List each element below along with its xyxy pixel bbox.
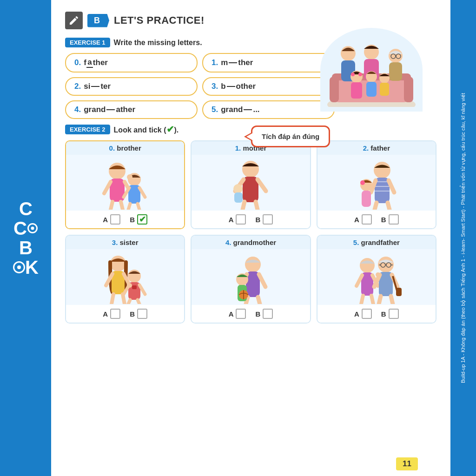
right-sidebar-text: Build-up 1A - Không đáp án (theo bộ sách… <box>457 88 469 388</box>
card-0-footer: A B ✔ <box>66 211 184 228</box>
card-3-option-a: A <box>103 309 120 319</box>
card-1-option-a: A <box>229 214 246 225</box>
card-0-image <box>66 155 184 211</box>
card-5-title: 5. grandfather <box>317 236 436 249</box>
fill-item-5: 5. grand ... <box>202 100 335 119</box>
fill-item-3: 3. b other <box>202 77 335 96</box>
svg-point-68 <box>127 283 132 288</box>
svg-point-98 <box>376 272 380 277</box>
svg-point-85 <box>378 257 394 272</box>
svg-line-32 <box>128 204 130 210</box>
card-4-option-a: A <box>229 309 246 319</box>
card-4-footer: A B <box>192 305 310 323</box>
svg-line-39 <box>243 202 245 210</box>
card-1-footer: A B <box>192 211 310 228</box>
svg-rect-15 <box>351 82 362 99</box>
svg-point-79 <box>360 258 375 273</box>
card-0-option-a: A <box>103 214 120 225</box>
svg-point-22 <box>109 163 126 179</box>
card-0-checkbox-b[interactable]: ✔ <box>137 214 147 225</box>
svg-line-33 <box>138 204 139 210</box>
exercise2-instruction: Look and tick (✔). <box>114 124 179 135</box>
svg-point-34 <box>127 174 132 180</box>
svg-point-69 <box>245 257 261 272</box>
logo-c: C <box>19 199 32 218</box>
svg-line-51 <box>388 203 390 210</box>
family-illustration <box>320 28 423 112</box>
card-1-checkbox-b[interactable] <box>263 214 273 225</box>
card-2-image <box>317 155 436 211</box>
svg-rect-63 <box>132 285 137 289</box>
card-3: 3. sister <box>65 235 185 324</box>
svg-point-55 <box>110 256 126 271</box>
card-3-image <box>66 249 184 305</box>
svg-rect-17 <box>366 82 377 97</box>
card-3-checkbox-a[interactable] <box>110 309 120 319</box>
fill-blanks-grid: 0. f a ther 1. m ther 2. si ter 3. b oth… <box>65 53 335 119</box>
card-4-image <box>192 249 310 305</box>
card-2-svg <box>353 156 400 210</box>
card-0-svg <box>99 156 151 210</box>
svg-point-20 <box>351 73 355 76</box>
b-badge: B <box>87 14 109 27</box>
card-5-checkbox-b[interactable] <box>389 309 399 319</box>
section-title: LET'S PRACTICE! <box>114 14 205 26</box>
cards-grid: 0. brother <box>65 140 436 324</box>
exercise1-instruction: Write the missing letters. <box>114 39 202 47</box>
card-5-footer: A B <box>317 305 436 323</box>
card-0-title: 0. brother <box>66 141 184 155</box>
card-5-image <box>317 249 436 305</box>
card-2-checkbox-a[interactable] <box>362 214 372 225</box>
card-0-checkbox-a[interactable] <box>110 214 120 225</box>
card-5: 5. grandfather <box>317 235 436 324</box>
svg-line-67 <box>138 300 139 304</box>
svg-line-40 <box>256 202 258 210</box>
card-4-svg <box>227 251 274 304</box>
svg-rect-53 <box>362 191 371 207</box>
exercise2-label: EXERCISE 2 <box>65 125 110 134</box>
speech-bubble: Tích đáp án đúng <box>251 126 330 147</box>
card-5-checkbox-a[interactable] <box>362 309 372 319</box>
logo-o: K <box>13 258 38 277</box>
fill-item-1: 1. m ther <box>202 53 335 73</box>
card-2-title: 2. father <box>317 141 436 155</box>
svg-rect-42 <box>234 192 243 203</box>
svg-line-95 <box>391 296 393 304</box>
exercise1-label: EXERCISE 1 <box>65 38 110 47</box>
card-1-checkbox-a[interactable] <box>236 214 246 225</box>
logo-b: B <box>19 238 32 258</box>
right-sidebar: Build-up 1A - Không đáp án (theo bộ sách… <box>450 0 476 476</box>
main-content: B LET'S PRACTICE! <box>51 0 450 476</box>
logo-c2: C <box>13 218 38 238</box>
card-4-checkbox-b[interactable] <box>263 309 273 319</box>
card-3-title: 3. sister <box>66 236 184 249</box>
section-header: B LET'S PRACTICE! <box>65 12 436 29</box>
svg-line-24 <box>104 182 111 193</box>
card-4-checkbox-a[interactable] <box>236 309 246 319</box>
svg-line-38 <box>258 179 266 191</box>
svg-rect-4 <box>404 77 413 102</box>
card-1-image <box>192 155 310 211</box>
svg-line-27 <box>121 202 123 210</box>
fill-item-2: 2. si ter <box>65 77 198 96</box>
card-2-checkbox-b[interactable] <box>389 214 399 225</box>
card-5-option-b: B <box>381 309 399 319</box>
card-2-option-b: B <box>381 214 399 225</box>
card-4: 4. grandmother <box>191 235 311 324</box>
svg-line-72 <box>259 274 265 287</box>
card-4-option-b: B <box>255 309 273 319</box>
card-2: 2. father <box>317 140 436 229</box>
svg-line-74 <box>258 297 260 304</box>
svg-point-41 <box>233 184 243 193</box>
card-3-footer: A B <box>66 305 184 323</box>
card-1-svg <box>230 156 271 210</box>
left-sidebar: C C B K <box>0 0 51 476</box>
card-1: 1. mother A <box>191 140 311 229</box>
svg-point-21 <box>358 73 362 76</box>
card-3-option-b: B <box>130 309 147 319</box>
family-svg <box>325 33 418 107</box>
svg-line-59 <box>112 294 113 304</box>
svg-rect-10 <box>389 62 402 81</box>
svg-line-94 <box>379 296 381 304</box>
card-3-checkbox-b[interactable] <box>137 309 147 319</box>
